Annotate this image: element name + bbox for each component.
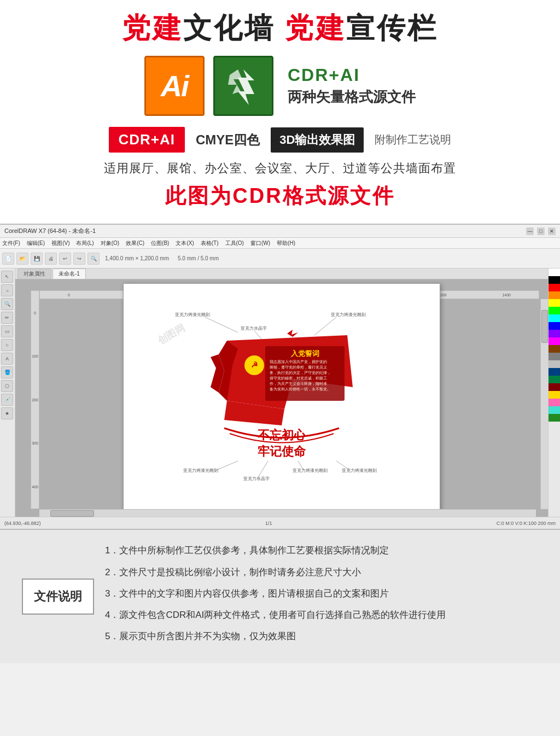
cdr-window: CorelDRAW X7 (64-84) - 未命名-1 — □ ✕ 文件(F)… [0, 225, 560, 529]
toolbar-save[interactable]: 💾 [31, 253, 43, 265]
cdr-statusbar: (64.930,-46.882) 1/1 C:0 M:0 V:0 K:100 2… [0, 517, 560, 529]
ai-icon-text: Ai [161, 69, 188, 103]
toolbar-zoom[interactable]: 🔍 [88, 253, 100, 265]
menu-object[interactable]: 对象(O) [101, 240, 119, 247]
cdr-titlebar: CorelDRAW X7 (64-84) - 未命名-1 — □ ✕ [0, 225, 560, 238]
tool-rectangle[interactable]: ▭ [1, 325, 13, 337]
menu-edit[interactable]: 编辑(E) [27, 240, 45, 247]
svg-text:亚克力烤漆光雕刻: 亚克力烤漆光雕刻 [293, 468, 328, 473]
color-gray[interactable] [549, 353, 560, 360]
minimize-button[interactable]: — [526, 227, 534, 235]
menu-help[interactable]: 帮助(H) [277, 240, 295, 247]
color-dark-red[interactable] [549, 383, 560, 391]
icons-row: Ai CDR+AI 两种矢量格式源文件 [22, 56, 538, 116]
color-blue[interactable] [549, 322, 560, 330]
color-brown[interactable] [549, 345, 560, 353]
note-item-2: 2．文件尺寸是投稿比例缩小设计，制作时请务必注意尺寸大小 [105, 565, 538, 580]
file-notes-list: 1．文件中所标制作工艺仅供参考，具体制作工艺要根据实际情况制定 2．文件尺寸是投… [105, 543, 538, 650]
badge-3d: 3D输出效果图 [271, 127, 364, 153]
menu-text[interactable]: 文本(X) [176, 240, 194, 247]
close-button[interactable]: ✕ [548, 227, 556, 235]
color-yellow[interactable] [549, 299, 560, 307]
cdr-left-tools: ↖ ⬦ 🔍 ✏ ▭ ○ A 🪣 ⬡ 💉 ★ [0, 268, 15, 517]
toolbar-print[interactable]: 🖨 [45, 253, 57, 265]
color-dark-blue[interactable] [549, 368, 560, 376]
tool-interactive[interactable]: ★ [1, 407, 13, 419]
ruler-vertical: 0100200300400 [31, 290, 39, 509]
app-text: 适用展厅、展馆、办公室、会议室、大厅、过道等公共墙面布置 [22, 160, 538, 177]
cdr-toolbar: 📄 📂 💾 🖨 ↩ ↪ 🔍 1,400.0 mm × 1,200.0 mm 5.… [0, 249, 560, 268]
format-line2: 两种矢量格式源文件 [288, 87, 416, 107]
toolbar-open[interactable]: 📂 [16, 253, 28, 265]
svg-text:入党誓词: 入党誓词 [290, 349, 319, 358]
screenshot-section: CorelDRAW X7 (64-84) - 未命名-1 — □ ✕ 文件(F)… [0, 224, 560, 530]
svg-text:亚克力烤漆光雕刻: 亚克力烤漆光雕刻 [183, 468, 218, 473]
tool-select[interactable]: ↖ [1, 271, 13, 283]
cdr-tabs: 对象属性 未命名-1 [15, 268, 548, 279]
svg-line-4 [205, 317, 238, 332]
svg-text:☭: ☭ [251, 360, 258, 369]
menu-tools[interactable]: 工具(O) [225, 240, 244, 247]
cdr-body: ↖ ⬦ 🔍 ✏ ▭ ○ A 🪣 ⬡ 💉 ★ 对象属性 [0, 268, 560, 517]
ai-icon-box: Ai [144, 56, 205, 116]
status-coords: (64.930,-46.882) [4, 521, 41, 526]
svg-line-8 [314, 317, 336, 335]
main-title: 党建文化墙 党建宣传栏 [22, 11, 538, 45]
svg-text:亚克力烤漆光雕刻: 亚克力烤漆光雕刻 [175, 312, 210, 317]
format-line1: CDR+AI [288, 65, 416, 85]
color-orange[interactable] [549, 291, 560, 299]
svg-text:备为党和人民牺牲一切，永不叛党。: 备为党和人民牺牲一切，永不叛党。 [270, 387, 331, 392]
status-color: C:0 M:0 V:0 K:100 200 mm [497, 521, 556, 526]
color-black[interactable] [549, 276, 560, 284]
menu-table[interactable]: 表格(T) [201, 240, 219, 247]
menu-window[interactable]: 窗口(W) [250, 240, 270, 247]
scrollbar-vertical[interactable] [540, 299, 548, 509]
maximize-button[interactable]: □ [537, 227, 545, 235]
tab-active[interactable]: 未命名-1 [52, 268, 86, 279]
note-item-5: 5．展示页中所含图片并不为实物，仅为效果图 [105, 629, 538, 644]
canvas-inner: 创图网 亚克力烤漆光雕刻 亚克力水晶字 亚克力烤漆光雕刻 [123, 283, 440, 513]
party-design-svg: 亚克力烤漆光雕刻 亚克力水晶字 亚克力烤漆光雕刻 [139, 300, 424, 496]
toolbar-undo[interactable]: ↩ [59, 253, 71, 265]
tool-text[interactable]: A [1, 353, 13, 365]
color-forest-green[interactable] [549, 414, 560, 422]
svg-text:务，执行党的决定，严守党的纪律，: 务，执行党的决定，严守党的纪律， [270, 371, 331, 375]
tool-zoom-tool[interactable]: 🔍 [1, 298, 13, 310]
title-end: 宣传栏 [346, 12, 438, 44]
menu-layout[interactable]: 布局(L) [76, 240, 94, 247]
badge-note: 附制作工艺说明 [375, 132, 451, 147]
title-middle: 文化墙 [183, 12, 285, 44]
svg-line-27 [216, 461, 238, 470]
color-turquoise[interactable] [549, 406, 560, 414]
tool-fill[interactable]: 🪣 [1, 366, 13, 378]
badges-row: CDR+AI CMYE四色 3D输出效果图 附制作工艺说明 [22, 127, 538, 153]
menu-effects[interactable]: 效果(C) [126, 240, 144, 247]
color-purple[interactable] [549, 330, 560, 337]
tool-ellipse[interactable]: ○ [1, 339, 13, 351]
svg-text:我志愿加入中国共产党，拥护党的: 我志愿加入中国共产党，拥护党的 [270, 360, 327, 364]
tool-eyedropper[interactable]: 💉 [1, 394, 13, 406]
color-red[interactable] [549, 284, 560, 291]
menu-bitmap[interactable]: 位图(B) [151, 240, 169, 247]
badge-cdr-ai: CDR+AI [109, 127, 185, 153]
menu-file[interactable]: 文件(F) [2, 240, 20, 247]
tool-outline[interactable]: ⬡ [1, 380, 13, 392]
color-pink[interactable] [549, 399, 560, 406]
color-white[interactable] [549, 268, 560, 276]
toolbar-new[interactable]: 📄 [2, 253, 14, 265]
tool-freehand[interactable]: ✏ [1, 312, 13, 324]
color-dark-green[interactable] [549, 376, 560, 383]
color-green[interactable] [549, 307, 560, 314]
menu-view[interactable]: 视图(V) [51, 240, 69, 247]
scrollbar-horizontal[interactable] [39, 509, 536, 517]
file-note-label: 文件说明 [22, 579, 94, 615]
toolbar-redo[interactable]: ↪ [73, 253, 85, 265]
cdr-canvas: 0100200300400 0200400600800100012001400 … [15, 279, 548, 517]
cdr-right-panel [548, 268, 560, 517]
color-magenta[interactable] [549, 337, 560, 345]
color-silver[interactable] [549, 360, 560, 368]
color-gold[interactable] [549, 391, 560, 399]
color-cyan[interactable] [549, 314, 560, 322]
tool-node[interactable]: ⬦ [1, 284, 13, 296]
tab-layer[interactable]: 对象属性 [18, 268, 51, 279]
